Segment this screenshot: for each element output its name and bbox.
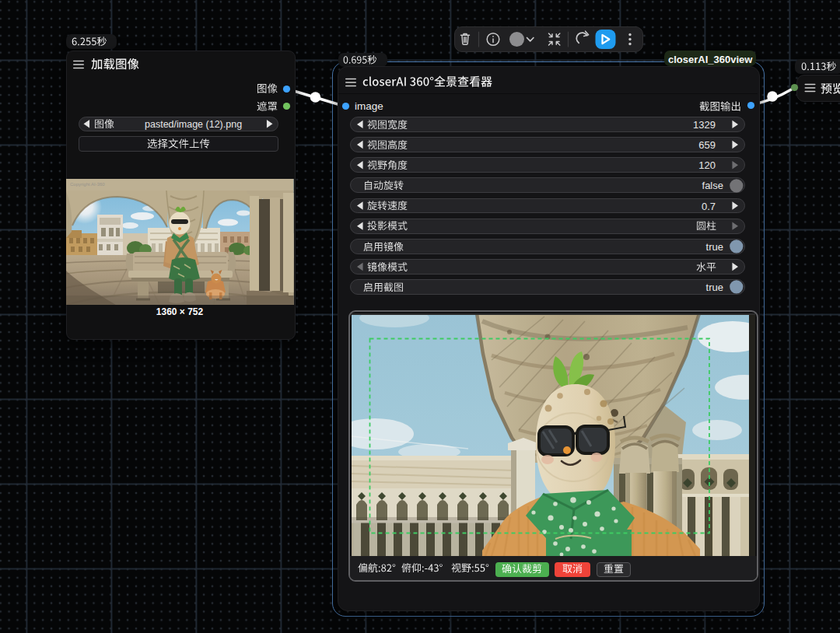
svg-text:Copyright AI-360: Copyright AI-360 — [70, 182, 105, 187]
